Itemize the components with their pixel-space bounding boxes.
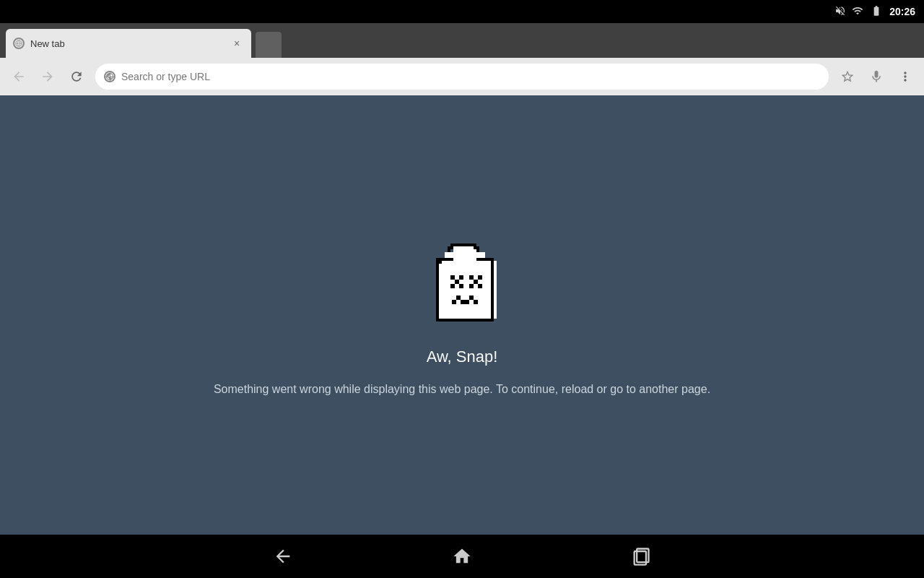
svg-rect-12 xyxy=(436,261,439,322)
svg-rect-24 xyxy=(474,280,478,284)
svg-rect-20 xyxy=(450,284,455,288)
address-bar-row xyxy=(0,58,924,95)
sad-tab-illustration xyxy=(404,232,520,333)
menu-button[interactable] xyxy=(892,64,918,90)
svg-rect-22 xyxy=(469,275,474,280)
svg-rect-21 xyxy=(459,284,463,288)
status-bar: 20:26 xyxy=(0,0,924,23)
tab-title: New tab xyxy=(30,38,224,49)
url-bar[interactable] xyxy=(95,64,829,90)
error-message: Something went wrong while displaying th… xyxy=(214,381,710,398)
svg-rect-19 xyxy=(455,280,459,284)
error-title: Aw, Snap! xyxy=(427,348,498,366)
svg-rect-5 xyxy=(439,261,442,264)
svg-rect-29 xyxy=(469,296,474,300)
reload-button[interactable] xyxy=(64,64,90,90)
svg-rect-16 xyxy=(476,258,494,261)
url-input[interactable] xyxy=(121,71,820,82)
svg-rect-14 xyxy=(436,319,494,322)
svg-rect-13 xyxy=(491,261,494,322)
android-recents-button[interactable] xyxy=(624,539,658,574)
svg-rect-18 xyxy=(459,275,463,280)
svg-rect-25 xyxy=(469,284,474,288)
svg-rect-15 xyxy=(436,258,453,261)
svg-rect-17 xyxy=(450,275,455,280)
content-area: Aw, Snap! Something went wrong while dis… xyxy=(0,95,924,535)
active-tab[interactable]: New tab × xyxy=(6,29,251,58)
svg-rect-3 xyxy=(453,246,476,252)
svg-rect-27 xyxy=(456,296,461,300)
android-home-button[interactable] xyxy=(445,539,479,574)
time-display: 20:26 xyxy=(889,6,915,17)
android-back-button[interactable] xyxy=(266,539,300,574)
tab-favicon xyxy=(13,38,25,49)
svg-rect-7 xyxy=(450,246,453,249)
new-tab-button[interactable] xyxy=(256,32,282,58)
battery-icon xyxy=(869,5,884,19)
back-button[interactable] xyxy=(6,64,32,90)
svg-rect-23 xyxy=(478,275,482,280)
svg-rect-28 xyxy=(461,300,469,304)
svg-rect-9 xyxy=(450,243,476,246)
svg-rect-10 xyxy=(448,246,450,252)
svg-rect-31 xyxy=(474,300,478,304)
url-globe-icon xyxy=(104,71,116,82)
wifi-icon xyxy=(852,5,863,19)
bookmark-button[interactable] xyxy=(834,64,860,90)
browser-chrome: New tab × xyxy=(0,23,924,95)
svg-rect-11 xyxy=(476,246,479,252)
mute-icon xyxy=(834,5,846,19)
svg-rect-26 xyxy=(478,284,482,288)
svg-rect-4 xyxy=(439,261,497,319)
tab-close-button[interactable]: × xyxy=(230,36,244,51)
microphone-button[interactable] xyxy=(863,64,889,90)
forward-button[interactable] xyxy=(35,64,61,90)
tab-bar: New tab × xyxy=(0,23,924,58)
bottom-nav xyxy=(0,535,924,578)
svg-rect-30 xyxy=(452,300,456,304)
svg-rect-8 xyxy=(474,246,476,249)
